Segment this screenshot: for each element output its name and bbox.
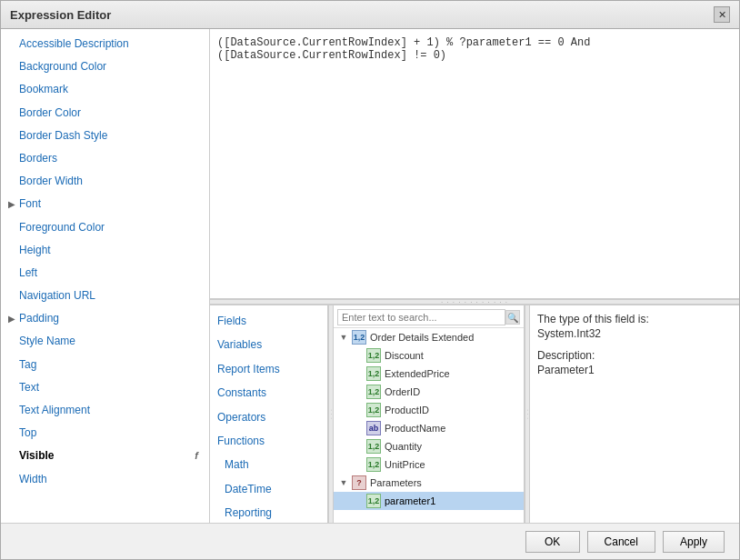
tree-node[interactable]: ▼?Parameters [334, 474, 524, 492]
tree-expand-icon: ▼ [337, 331, 350, 344]
desc-label: Description: [537, 349, 732, 362]
tree-node-icon: 1,2 [366, 403, 381, 417]
tree-node-icon: 1,2 [366, 366, 381, 381]
left-panel-item[interactable]: Background Color [1, 55, 209, 78]
left-panel-item[interactable]: ▶Padding [1, 307, 209, 330]
close-button[interactable]: ✕ [714, 6, 730, 23]
left-panel-item[interactable]: Width [1, 468, 209, 491]
footer: OK Cancel Apply [1, 523, 739, 559]
fields-panel-item[interactable]: Functions [210, 429, 327, 453]
tree-node-icon: 1,2 [352, 330, 366, 345]
tree-node[interactable]: 1,2Discount [334, 346, 524, 365]
tree-node-icon: ? [352, 475, 366, 490]
fields-panel-item[interactable]: Variables [210, 333, 327, 356]
tree-node[interactable]: 1,2ExtendedPrice [334, 365, 524, 383]
fields-panel-item[interactable]: Operators [210, 405, 327, 429]
left-panel-item[interactable]: Style Name [1, 330, 209, 353]
dialog-title: Expression Editor [10, 8, 111, 22]
tree-node[interactable]: ▼1,2Order Details Extended [334, 328, 524, 346]
fields-panel: FieldsVariablesReport ItemsConstantsOper… [210, 305, 328, 523]
left-panel-item[interactable]: Text Alignment [1, 399, 209, 422]
left-panel-item[interactable]: Height [1, 239, 209, 262]
fields-panel-item[interactable]: Math [210, 453, 327, 476]
tree-node-icon: 1,2 [366, 348, 381, 363]
tree-expand-icon: ▼ [337, 476, 350, 489]
left-panel-item[interactable]: Accessible Description [1, 33, 209, 55]
left-panel-item[interactable]: Left [1, 262, 209, 285]
bottom-area: FieldsVariablesReport ItemsConstantsOper… [210, 305, 739, 523]
fields-panel-item[interactable]: Fields [210, 309, 327, 333]
tree-node[interactable]: 1,2Quantity [334, 437, 524, 455]
tree-node-icon: 1,2 [366, 385, 381, 399]
function-icon: f [195, 448, 198, 465]
tree-node-label: ProductName [385, 423, 445, 434]
tree-node[interactable]: 1,2parameter1 [334, 492, 524, 510]
expand-arrow: ▶ [8, 312, 15, 326]
tree-node-label: parameter1 [385, 495, 435, 506]
tree-node-label: OrderID [385, 386, 420, 397]
expression-area [210, 29, 739, 299]
properties-panel: Accessible DescriptionBackground ColorBo… [1, 29, 210, 523]
expand-arrow: ▶ [8, 197, 15, 212]
tree-node[interactable]: 1,2ProductID [334, 401, 524, 419]
left-panel-item[interactable]: Top [1, 422, 209, 445]
type-label: The type of this field is: [537, 313, 732, 325]
tree-node-label: Parameters [370, 477, 422, 488]
ok-button[interactable]: OK [525, 531, 580, 553]
tree-node-label: ProductID [385, 405, 429, 415]
tree-node-label: Discount [385, 350, 424, 361]
tree-node-icon: 1,2 [366, 457, 381, 472]
left-panel-item[interactable]: Bookmark [1, 78, 209, 101]
tree-node[interactable]: 1,2OrderID [334, 383, 524, 401]
expression-editor-dialog: Expression Editor ✕ Accessible Descripti… [0, 0, 740, 560]
right-area: · · · · · · · · · · · · FieldsVariablesR… [210, 29, 739, 523]
tree-expand-icon [352, 458, 365, 471]
tree-node-label: UnitPrice [385, 459, 425, 470]
fields-panel-item[interactable]: Constants [210, 381, 327, 405]
tree-node[interactable]: 1,2UnitPrice [334, 455, 524, 474]
desc-value: Parameter1 [537, 364, 732, 376]
tree-node-label: ExtendedPrice [385, 368, 450, 379]
left-panel-item[interactable]: Visiblef [1, 445, 209, 467]
left-panel-item[interactable]: Border Color [1, 102, 209, 125]
search-input[interactable] [337, 309, 505, 325]
fields-panel-item[interactable]: Reporting [210, 501, 327, 523]
tree-expand-icon [352, 385, 365, 398]
left-panel-item[interactable]: ▶Font [1, 193, 209, 215]
title-bar: Expression Editor ✕ [1, 1, 739, 29]
left-panel-item[interactable]: Border Dash Style [1, 125, 209, 147]
tree-expand-icon [352, 349, 365, 362]
tree-expand-icon [352, 422, 365, 435]
expression-input[interactable] [210, 29, 739, 298]
search-icon[interactable]: 🔍 [505, 310, 520, 325]
fields-panel-item[interactable]: DateTime [210, 477, 327, 501]
left-panel-item[interactable]: Navigation URL [1, 285, 209, 307]
left-panel-item[interactable]: Border Width [1, 170, 209, 193]
tree-expand-icon [352, 367, 365, 380]
left-panel-item[interactable]: Tag [1, 354, 209, 376]
search-box: 🔍 [334, 307, 524, 328]
tree-node-icon: 1,2 [366, 494, 381, 508]
type-value: System.Int32 [537, 327, 732, 340]
tree-expand-icon [352, 440, 365, 453]
tree-node[interactable]: abProductName [334, 419, 524, 437]
left-panel-item[interactable]: Borders [1, 147, 209, 170]
apply-button[interactable]: Apply [663, 531, 725, 553]
tree-expand-icon [352, 404, 365, 416]
info-panel: The type of this field is: System.Int32 … [530, 305, 739, 523]
left-panel-item[interactable]: Foreground Color [1, 216, 209, 239]
tree-node-label: Order Details Extended [370, 332, 474, 343]
tree-node-label: Quantity [385, 441, 422, 452]
fields-panel-item[interactable]: Report Items [210, 357, 327, 381]
cancel-button[interactable]: Cancel [587, 531, 655, 553]
left-panel-item[interactable]: Text [1, 376, 209, 399]
tree-panel: 🔍 ▼1,2Order Details Extended1,2Discount1… [334, 305, 525, 523]
tree-expand-icon [352, 495, 365, 507]
tree-node-icon: 1,2 [366, 439, 381, 454]
tree-node-icon: ab [366, 421, 381, 435]
dialog-body: Accessible DescriptionBackground ColorBo… [1, 29, 739, 523]
